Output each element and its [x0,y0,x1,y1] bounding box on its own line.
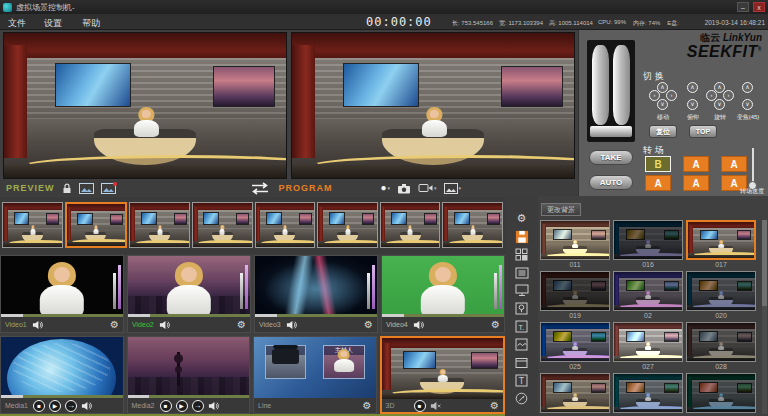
transition-button-a[interactable]: A [683,156,709,172]
shot-thumbnail[interactable] [317,202,378,248]
play-button[interactable]: ▶ [49,400,61,412]
scene-item[interactable]: 020 [686,271,756,320]
pad-up-button[interactable]: ∧ [742,82,753,93]
video1-thumbnail[interactable] [1,256,123,317]
play-button[interactable]: ▶ [176,400,188,412]
speaker-muted-icon[interactable] [430,401,441,411]
scene-item[interactable]: 019 [540,271,610,320]
shot-thumbnail[interactable] [380,202,441,248]
change-background-button[interactable]: 更改背景 [541,203,581,216]
pad-down-button[interactable]: ∨ [714,99,725,110]
reset-button[interactable]: 复位 [649,125,677,138]
shot-thumbnail[interactable] [255,202,316,248]
menu-file[interactable]: 文件 [8,17,26,30]
shot-thumbnail[interactable] [192,202,253,248]
speaker-icon[interactable] [413,320,424,330]
scene-item[interactable]: 02 [613,271,683,320]
minimize-button[interactable]: – [737,2,749,12]
top-button[interactable]: TOP [689,125,717,138]
stop-button[interactable]: ■ [160,400,172,412]
window-icon[interactable] [513,354,531,371]
speaker-icon[interactable] [81,401,92,411]
scene-item[interactable] [613,373,683,416]
media1-thumbnail[interactable] [1,337,123,398]
picture-output-icon[interactable]: ▾ [444,183,462,194]
pad-up-button[interactable]: ∧ [687,82,698,93]
scene-item-selected[interactable]: 017 [686,220,756,269]
draw-icon[interactable] [513,390,531,407]
scene-grid-icon[interactable] [513,246,531,263]
take-button[interactable]: TAKE [589,150,633,165]
next-button[interactable]: → [65,400,77,412]
stop-button[interactable]: ■ [33,400,45,412]
scene-item[interactable]: 028 [686,322,756,371]
next-button[interactable]: → [192,400,204,412]
shot-thumbnail-selected[interactable] [65,202,128,248]
speaker-icon[interactable] [32,320,43,330]
gear-icon[interactable]: ⚙ [364,320,373,330]
transition-button-a[interactable]: A [645,175,671,191]
line-thumbnail[interactable]: 电话连线 主持人 [254,337,376,398]
scene-item[interactable] [686,373,756,416]
media2-thumbnail[interactable] [128,337,250,398]
gear-icon[interactable]: ⚙ [490,401,499,411]
pad-right-button[interactable]: › [723,90,734,101]
transition-speed-slider[interactable] [747,148,759,190]
pad-left-button[interactable]: ‹ [649,90,660,101]
auto-button[interactable]: AUTO [589,175,633,190]
lock-icon[interactable] [62,183,72,194]
scene3d-thumbnail[interactable] [382,338,504,399]
shot-thumbnail[interactable] [129,202,190,248]
scene-item[interactable]: 016 [613,220,683,269]
pad-down-button[interactable]: ∨ [687,99,698,110]
snapshot-image-icon[interactable] [79,183,94,194]
close-button[interactable]: x [753,2,765,12]
text-icon[interactable]: T [513,372,531,389]
pad-down-button[interactable]: ∨ [742,99,753,110]
transition-button-a[interactable]: A [721,156,747,172]
scene-scrollbar[interactable] [762,220,767,414]
menu-settings[interactable]: 设置 [44,17,62,30]
playlist-icon[interactable] [513,264,531,281]
swap-transition-icon[interactable] [248,182,272,195]
settings-icon[interactable]: ⚙ [513,210,531,227]
gear-icon[interactable]: ⚙ [237,320,246,330]
camcorder-icon[interactable]: ▾ [418,183,437,193]
t-bar-fader[interactable] [587,40,635,142]
gear-icon[interactable]: ⚙ [363,401,372,411]
phone-call-tile[interactable]: 电话连线 [265,345,306,379]
pad-right-button[interactable]: › [666,90,677,101]
snapshot-camera-icon[interactable] [397,183,411,194]
t-bar-handle[interactable] [590,126,632,137]
shot-thumbnail[interactable] [2,202,63,248]
video3-thumbnail[interactable] [255,256,377,317]
stop-button[interactable]: ■ [414,400,426,412]
pad-left-button[interactable]: ‹ [706,90,717,101]
save-icon[interactable] [513,228,531,245]
speaker-icon[interactable] [159,320,170,330]
pad-down-button[interactable]: ∨ [657,99,668,110]
transition-button-a[interactable]: A [683,175,709,191]
subtitle-small-icon[interactable]: T. [513,318,531,335]
speaker-icon[interactable] [208,401,219,411]
menu-help[interactable]: 帮助 [82,17,100,30]
gear-icon[interactable]: ⚙ [491,320,500,330]
snapshot-image-add-icon[interactable] [101,183,116,194]
video4-thumbnail[interactable] [382,256,504,317]
t-bar-left-column[interactable] [592,45,609,125]
scene-item[interactable]: 027 [613,322,683,371]
layers-icon[interactable] [513,336,531,353]
speaker-icon[interactable] [286,320,297,330]
scene-item[interactable]: 011 [540,220,610,269]
scene-item[interactable] [540,373,610,416]
scrollbar-thumb[interactable] [762,220,767,306]
scene-item[interactable]: 025 [540,322,610,371]
gear-icon[interactable]: ⚙ [110,320,119,330]
video2-thumbnail[interactable] [128,256,250,317]
host-tile[interactable]: 主持人 [323,345,364,379]
light-icon[interactable] [513,300,531,317]
record-icon[interactable]: ●▾ [381,183,391,193]
shot-thumbnail[interactable] [442,202,503,248]
t-bar-right-column[interactable] [613,45,630,125]
display-icon[interactable] [513,282,531,299]
